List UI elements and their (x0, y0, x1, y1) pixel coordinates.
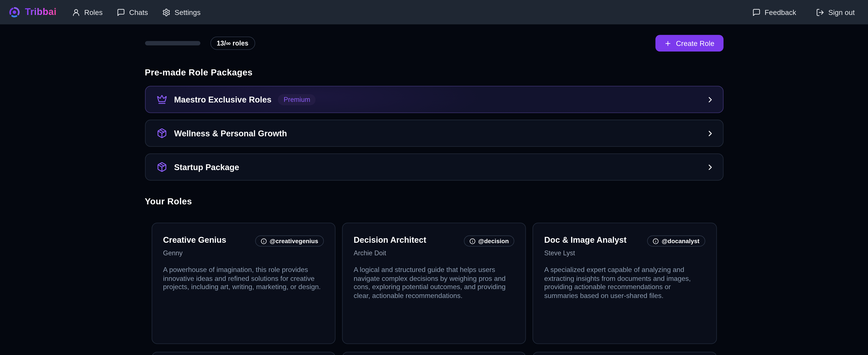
info-icon (261, 238, 267, 244)
role-cards-grid: Creative Genius @creativegenius Genny A … (145, 223, 723, 355)
role-card-subtitle: Archie Doit (354, 249, 514, 257)
roles-count-badge: 13/∞ roles (210, 37, 255, 50)
user-icon (72, 8, 80, 16)
premium-badge: Premium (278, 94, 316, 105)
role-card-description: A specialized expert capable of analyzin… (544, 266, 705, 300)
chevron-right-icon (706, 95, 714, 104)
role-handle-badge[interactable]: @docanalyst (647, 235, 705, 246)
create-role-label: Create Role (676, 39, 714, 47)
chat-icon (752, 8, 761, 16)
role-handle: @docanalyst (661, 238, 699, 244)
crown-icon (156, 94, 167, 105)
nav-item-label: Chats (129, 8, 148, 16)
main-nav: Roles Chats Settings (72, 8, 201, 16)
tribbai-logo-icon (8, 6, 20, 18)
brand-logo[interactable]: Tribbai (8, 6, 57, 18)
info-icon (469, 238, 475, 244)
sign-out-label: Sign out (828, 8, 855, 16)
nav-item-roles[interactable]: Roles (72, 8, 103, 16)
role-card-doc-image-analyst[interactable]: Doc & Image Analyst @docanalyst Steve Ly… (532, 223, 717, 344)
main-content: 13/∞ roles Create Role Pre-made Role Pac… (145, 35, 723, 355)
role-card-description: A logical and structured guide that help… (354, 266, 514, 300)
header-actions: Feedback Sign out (752, 8, 855, 16)
packages-section-title: Pre-made Role Packages (145, 68, 723, 78)
role-card-decision-architect[interactable]: Decision Architect @decision Archie Doit… (342, 223, 526, 344)
roles-progress-bar (145, 41, 200, 45)
chat-icon (117, 8, 125, 16)
role-handle-badge[interactable]: @decision (464, 235, 515, 246)
package-list: Maestro Exclusive Roles Premium Wellness… (145, 86, 723, 181)
role-handle: @creativegenius (270, 238, 318, 244)
role-card-title: Creative Genius (163, 235, 226, 244)
card-head: Decision Architect @decision (354, 235, 514, 247)
feedback-button[interactable]: Feedback (752, 8, 796, 16)
package-name: Maestro Exclusive Roles (174, 95, 272, 104)
gear-icon (162, 8, 170, 16)
package-icon (156, 128, 167, 139)
nav-item-label: Settings (175, 8, 200, 16)
package-row-wellness[interactable]: Wellness & Personal Growth (145, 120, 723, 147)
nav-item-label: Roles (84, 8, 103, 16)
package-name: Startup Package (174, 162, 239, 172)
chevron-right-icon (706, 162, 714, 172)
brand-name: Tribbai (25, 7, 57, 18)
card-head: Creative Genius @creativegenius (163, 235, 324, 247)
role-card-subtitle: Genny (163, 249, 324, 257)
info-icon (653, 238, 659, 244)
signout-icon (816, 8, 824, 16)
top-nav-bar: Tribbai Roles Chats Settings (0, 0, 868, 24)
roles-section-title: Your Roles (145, 197, 723, 207)
sign-out-button[interactable]: Sign out (816, 8, 855, 16)
role-card-stub[interactable] (532, 352, 717, 355)
role-card-stub[interactable] (342, 352, 526, 355)
package-icon (156, 162, 167, 172)
plus-icon (664, 40, 672, 47)
role-card-subtitle: Steve Lyst (544, 249, 705, 257)
package-row-startup[interactable]: Startup Package (145, 153, 723, 181)
package-name: Wellness & Personal Growth (174, 128, 287, 138)
role-handle: @decision (478, 238, 509, 244)
role-card-title: Doc & Image Analyst (544, 235, 626, 244)
role-card-creative-genius[interactable]: Creative Genius @creativegenius Genny A … (151, 223, 335, 344)
roles-toolbar: 13/∞ roles Create Role (145, 35, 723, 52)
card-head: Doc & Image Analyst @docanalyst (544, 235, 705, 247)
chevron-right-icon (706, 129, 714, 138)
create-role-button[interactable]: Create Role (655, 35, 723, 52)
nav-item-settings[interactable]: Settings (162, 8, 200, 16)
role-card-stub[interactable] (151, 352, 335, 355)
nav-item-chats[interactable]: Chats (117, 8, 148, 16)
app-root: Tribbai Roles Chats Settings (0, 0, 868, 355)
role-handle-badge[interactable]: @creativegenius (255, 235, 324, 246)
feedback-label: Feedback (765, 8, 796, 16)
role-card-description: A powerhouse of imagination, this role p… (163, 266, 324, 292)
role-card-title: Decision Architect (354, 235, 426, 244)
package-row-maestro[interactable]: Maestro Exclusive Roles Premium (145, 86, 723, 113)
